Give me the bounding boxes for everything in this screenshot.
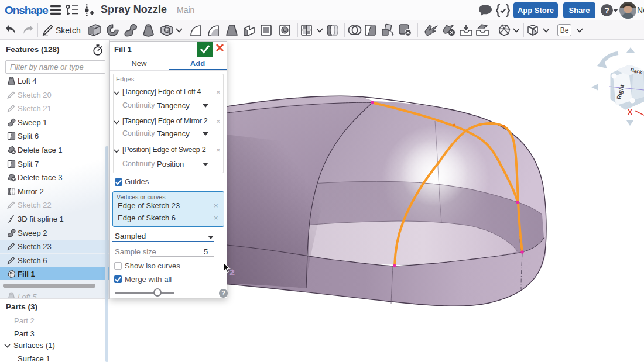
svg-text:X: X	[628, 108, 632, 116]
svg-text:?: ?	[604, 6, 609, 15]
